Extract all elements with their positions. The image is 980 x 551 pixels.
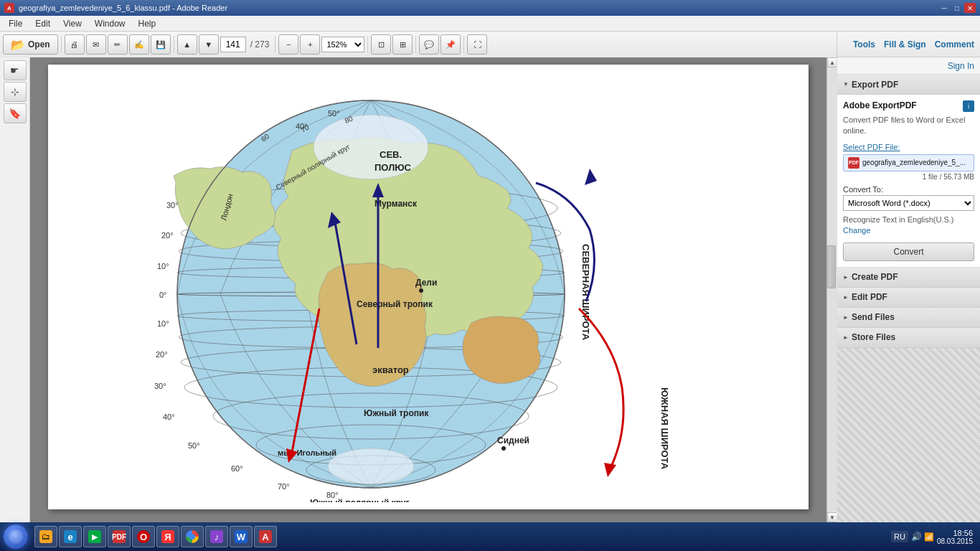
ie-icon: e xyxy=(64,530,77,543)
sign-in-bar: Sign In xyxy=(837,57,980,75)
sign-in-link[interactable]: Sign In xyxy=(948,61,974,71)
chrome-icon xyxy=(186,530,199,543)
taskbar-yandex[interactable]: Я xyxy=(156,526,179,547)
close-button[interactable]: ✕ xyxy=(964,3,976,13)
menu-file[interactable]: File xyxy=(3,17,28,30)
network-icon[interactable]: 📶 xyxy=(924,532,934,542)
system-tray: RU 🔊 📶 18:56 08.03.2015 xyxy=(887,529,977,545)
volume-icon[interactable]: 🔊 xyxy=(911,532,922,542)
scroll-up-button[interactable]: ▲ xyxy=(827,57,837,67)
word-icon: W xyxy=(235,530,248,543)
create-pdf-label: Create PDF xyxy=(852,272,898,282)
export-info-icon[interactable]: i xyxy=(963,100,974,112)
zoom-in-button[interactable]: + xyxy=(300,34,320,55)
acrobat-icon: A xyxy=(259,530,272,543)
file-item[interactable]: PDF geografiya_zemlevedeniye_5_... xyxy=(843,154,974,171)
convert-to-select[interactable]: Microsoft Word (*.docx) Microsoft Excel … xyxy=(843,195,974,211)
sticky-note-button[interactable]: 📌 xyxy=(440,34,461,55)
scroll-track[interactable] xyxy=(827,67,837,512)
store-files-label: Store Files xyxy=(852,332,895,342)
convert-to-label: Convert To: xyxy=(843,185,974,194)
taskbar-chrome[interactable] xyxy=(181,526,204,547)
taskbar-media[interactable]: ▶ xyxy=(83,526,106,547)
taskbar-word[interactable]: W xyxy=(230,526,253,547)
next-page-button[interactable]: ▼ xyxy=(199,34,219,55)
zoom-out-button[interactable]: − xyxy=(278,34,298,55)
recognize-text: Recognize Text in English(U.S.) xyxy=(843,215,974,224)
bookmark-tool[interactable]: 🔖 xyxy=(4,103,27,123)
save-button[interactable]: 💾 xyxy=(151,34,171,55)
convert-button[interactable]: Convert xyxy=(843,242,974,261)
minimize-button[interactable]: ─ xyxy=(938,3,950,13)
clock[interactable]: 18:56 08.03.2015 xyxy=(937,529,973,545)
fit-width-button[interactable]: ⊡ xyxy=(371,34,391,55)
svg-text:10°: 10° xyxy=(157,262,169,270)
comment-tool-button[interactable]: 💬 xyxy=(419,34,439,55)
taskbar-ie[interactable]: e xyxy=(59,526,82,547)
pdf-icon: PDF xyxy=(113,530,126,543)
svg-text:40°: 40° xyxy=(163,413,175,421)
svg-text:20°: 20° xyxy=(156,350,168,359)
hand-tool[interactable]: ☛ xyxy=(4,60,27,80)
vertical-scrollbar[interactable]: ▲ ▼ xyxy=(826,57,837,522)
svg-text:ЮЖНАЯ ШИРОТА: ЮЖНАЯ ШИРОТА xyxy=(659,387,670,470)
edit-button[interactable]: ✏ xyxy=(108,34,128,55)
send-files-section[interactable]: ► Send Files xyxy=(837,308,980,328)
scroll-thumb[interactable] xyxy=(827,245,836,288)
pdf-file-icon: PDF xyxy=(848,157,859,169)
svg-text:50°: 50° xyxy=(328,109,340,118)
svg-text:30°: 30° xyxy=(154,382,166,390)
svg-text:Южный тропик: Южный тропик xyxy=(364,408,429,418)
pdf-viewer: 30° 20° 10° 0° 10° 20° 30° 40° 50° 60° 7… xyxy=(30,57,826,522)
file-name: geografiya_zemlevedeniye_5_... xyxy=(862,159,969,166)
taskbar-audio[interactable]: ♪ xyxy=(205,526,228,547)
panel-striped-area xyxy=(837,348,980,522)
sys-tray-icons: 🔊 📶 xyxy=(911,532,934,542)
file-size: 1 file / 56.73 MB xyxy=(843,173,974,181)
left-panel: ☛ ⊹ 🔖 xyxy=(0,57,30,522)
print-button[interactable]: 🖨 xyxy=(65,34,85,55)
taskbar: 🗂 e ▶ PDF O Я ♪ W A xyxy=(0,522,980,551)
clock-time: 18:56 xyxy=(937,529,973,537)
edit-pdf-section[interactable]: ► Edit PDF xyxy=(837,288,980,308)
change-link[interactable]: Change xyxy=(843,226,871,235)
zoom-select[interactable]: 152% 100% 75% 50% xyxy=(321,37,364,52)
menu-edit[interactable]: Edit xyxy=(29,17,56,30)
opera-icon: O xyxy=(137,530,150,543)
svg-text:экватор: экватор xyxy=(372,364,409,375)
send-files-label: Send Files xyxy=(852,312,895,322)
taskbar-file-explorer[interactable]: 🗂 xyxy=(34,526,57,547)
comment-button[interactable]: Comment xyxy=(935,39,974,50)
taskbar-opera[interactable]: O xyxy=(132,526,155,547)
page-input[interactable] xyxy=(220,37,246,52)
media-icon: ▶ xyxy=(88,530,101,543)
svg-text:Мурманск: Мурманск xyxy=(374,199,418,209)
fit-page-button[interactable]: ⊞ xyxy=(392,34,413,55)
svg-text:Северный тропик: Северный тропик xyxy=(357,299,433,309)
select-pdf-label[interactable]: Select PDF File: xyxy=(843,143,974,151)
pdf-page: 30° 20° 10° 0° 10° 20° 30° 40° 50° 60° 7… xyxy=(48,65,809,509)
sign-button[interactable]: ✍ xyxy=(129,34,149,55)
select-tool[interactable]: ⊹ xyxy=(4,82,27,102)
create-pdf-section[interactable]: ► Create PDF xyxy=(837,268,980,288)
fullscreen-button[interactable]: ⛶ xyxy=(467,34,487,55)
open-button[interactable]: 📂 Open xyxy=(3,34,58,55)
taskbar-acrobat[interactable]: A xyxy=(254,526,277,547)
start-button[interactable] xyxy=(3,524,29,550)
expand-icon: ▼ xyxy=(843,81,849,88)
menu-help[interactable]: Help xyxy=(133,17,162,30)
svg-text:Сидней: Сидней xyxy=(497,435,529,446)
prev-page-button[interactable]: ▲ xyxy=(177,34,197,55)
svg-point-14 xyxy=(328,448,414,484)
tools-button[interactable]: Tools xyxy=(853,39,875,50)
menu-view[interactable]: View xyxy=(57,17,88,30)
export-pdf-header[interactable]: ▼ Export PDF xyxy=(837,75,980,95)
email-button[interactable]: ✉ xyxy=(86,34,106,55)
maximize-button[interactable]: □ xyxy=(951,3,963,13)
fill-sign-button[interactable]: Fill & Sign xyxy=(884,39,926,50)
menu-window[interactable]: Window xyxy=(89,17,131,30)
store-files-section[interactable]: ► Store Files xyxy=(837,328,980,348)
taskbar-pdf[interactable]: PDF xyxy=(108,526,131,547)
scroll-down-button[interactable]: ▼ xyxy=(827,512,837,522)
svg-text:20°: 20° xyxy=(161,231,174,240)
